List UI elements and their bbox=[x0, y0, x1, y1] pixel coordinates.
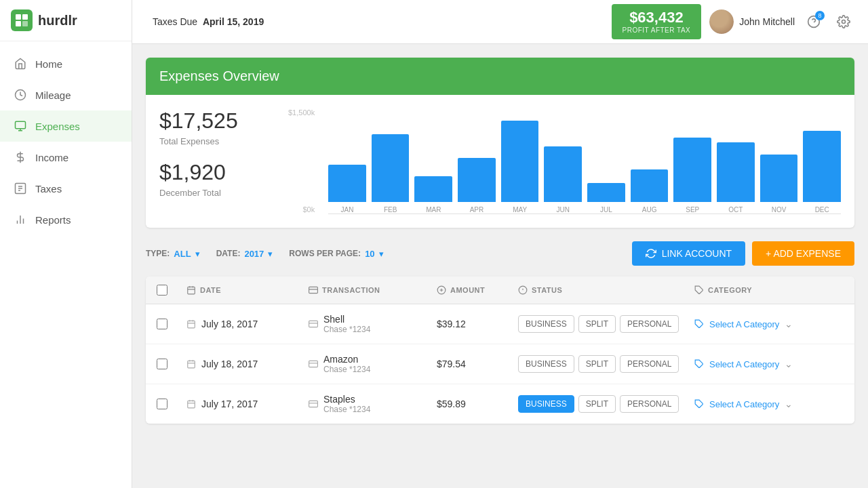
sidebar-item-mileage[interactable]: Mileage bbox=[0, 79, 132, 110]
type-label: TYPE: bbox=[146, 249, 170, 258]
th-status: STATUS bbox=[518, 285, 694, 295]
taxes-due-date: April 15, 2019 bbox=[203, 16, 264, 27]
bar bbox=[717, 142, 755, 202]
logo-icon bbox=[11, 9, 33, 31]
row1-date-value: July 18, 2017 bbox=[201, 319, 258, 329]
row2-category-select[interactable]: Select A Category ⌄ bbox=[694, 359, 793, 369]
filter-date: DATE: 2017 ▾ bbox=[216, 249, 273, 259]
sidebar-item-expenses[interactable]: Expenses bbox=[0, 110, 132, 142]
select-all-checkbox[interactable] bbox=[157, 285, 167, 296]
row1-transaction: Shell Chase *1234 bbox=[309, 314, 437, 334]
sidebar-item-taxes[interactable]: Taxes bbox=[0, 173, 132, 204]
svg-rect-23 bbox=[309, 287, 318, 293]
th-check bbox=[157, 285, 186, 296]
row3-split-btn[interactable]: SPLIT bbox=[578, 395, 616, 413]
svg-rect-39 bbox=[188, 361, 195, 368]
filter-rows: ROWS PER PAGE: 10 ▾ bbox=[289, 249, 383, 259]
sidebar-item-income[interactable]: Income bbox=[0, 142, 132, 173]
svg-rect-36 bbox=[309, 321, 318, 327]
add-expense-button[interactable]: + ADD EXPENSE bbox=[752, 241, 854, 266]
bar bbox=[673, 138, 711, 202]
expenses-icon bbox=[14, 119, 27, 133]
avatar bbox=[709, 9, 734, 34]
row1-category-select[interactable]: Select A Category ⌄ bbox=[694, 319, 793, 329]
row3-checkbox[interactable] bbox=[157, 399, 167, 409]
row1-personal-btn[interactable]: PERSONAL bbox=[620, 315, 679, 333]
row3-personal-btn[interactable]: PERSONAL bbox=[620, 395, 679, 413]
bar-month-label: DEC bbox=[815, 206, 829, 214]
row1-split-btn[interactable]: SPLIT bbox=[578, 315, 616, 333]
bars-container: JANFEBMARAPRMAYJUNJULAUGSEPOCTNOVDEC bbox=[328, 108, 841, 214]
filters-row: TYPE: ALL ▾ DATE: 2017 ▾ ROWS PER PAGE: … bbox=[146, 241, 854, 266]
row3-date: July 17, 2017 bbox=[186, 399, 309, 409]
home-icon bbox=[14, 57, 27, 70]
row3-tx-name: Staples bbox=[323, 394, 370, 405]
bar bbox=[631, 169, 669, 202]
y-label-top: $1,500k bbox=[288, 108, 315, 117]
th-amount-label: AMOUNT bbox=[450, 286, 485, 294]
row2-check bbox=[157, 359, 186, 369]
sidebar-item-home[interactable]: Home bbox=[0, 48, 132, 79]
december-total-label: December Total bbox=[159, 188, 268, 198]
rows-arrow[interactable]: ▾ bbox=[379, 249, 384, 259]
notification-badge: 8 bbox=[815, 11, 825, 20]
expenses-table: DATE TRANSACTION AMOUNT STATUS CATEGORY bbox=[146, 277, 854, 424]
date-value[interactable]: 2017 bbox=[244, 249, 264, 259]
th-amount: AMOUNT bbox=[437, 285, 518, 295]
reports-icon bbox=[14, 213, 27, 226]
row2-split-btn[interactable]: SPLIT bbox=[578, 355, 616, 373]
bar-group: JUL bbox=[587, 183, 625, 214]
bar-group: MAR bbox=[414, 176, 452, 214]
row3-category-label: Select A Category bbox=[709, 399, 779, 409]
row3-amount: $59.89 bbox=[437, 399, 518, 409]
bar-month-label: OCT bbox=[728, 206, 743, 214]
rows-value[interactable]: 10 bbox=[365, 249, 374, 259]
row2-date: July 18, 2017 bbox=[186, 359, 309, 369]
bar-group: NOV bbox=[760, 155, 798, 214]
row3-category-select[interactable]: Select A Category ⌄ bbox=[694, 399, 793, 409]
row1-date: July 18, 2017 bbox=[186, 319, 309, 329]
row3-business-btn[interactable]: BUSINESS bbox=[518, 395, 574, 413]
row3-amount-value: $59.89 bbox=[437, 399, 466, 409]
avatar-image bbox=[709, 9, 734, 34]
settings-button[interactable] bbox=[833, 11, 854, 33]
row2-transaction: Amazon Chase *1234 bbox=[309, 354, 437, 374]
row1-check bbox=[157, 319, 186, 329]
taxes-due-label: Taxes Due bbox=[153, 16, 197, 27]
row2-status: BUSINESS SPLIT PERSONAL bbox=[518, 355, 694, 373]
bar-month-label: APR bbox=[470, 206, 484, 214]
help-button[interactable]: 8 bbox=[803, 11, 825, 33]
type-arrow[interactable]: ▾ bbox=[195, 249, 200, 259]
row1-amount: $39.12 bbox=[437, 319, 518, 329]
date-arrow[interactable]: ▾ bbox=[268, 249, 273, 259]
row2-amount: $79.54 bbox=[437, 359, 518, 369]
bar-month-label: SEP bbox=[686, 206, 699, 214]
bar bbox=[501, 121, 539, 202]
income-icon bbox=[14, 150, 27, 164]
row3-status-buttons: BUSINESS SPLIT PERSONAL bbox=[518, 395, 679, 413]
bar bbox=[760, 155, 798, 202]
sidebar: hurdlr Home Mileage Expenses Income bbox=[0, 0, 132, 488]
bar bbox=[544, 146, 582, 202]
row3-tx-info: Staples Chase *1234 bbox=[323, 394, 370, 414]
row1-tx-account: Chase *1234 bbox=[323, 325, 370, 334]
svg-rect-32 bbox=[188, 321, 195, 328]
row2-checkbox[interactable] bbox=[157, 359, 167, 369]
bar bbox=[587, 183, 625, 202]
filter-type: TYPE: ALL ▾ bbox=[146, 249, 200, 259]
svg-rect-1 bbox=[22, 14, 28, 20]
row1-category-label: Select A Category bbox=[709, 319, 779, 329]
row2-business-btn[interactable]: BUSINESS bbox=[518, 355, 574, 373]
bar-group: AUG bbox=[631, 169, 669, 214]
header-right: $63,432 PROFIT AFTER TAX John Mitchell 8 bbox=[612, 4, 855, 39]
row2-personal-btn[interactable]: PERSONAL bbox=[620, 355, 679, 373]
sidebar-item-reports[interactable]: Reports bbox=[0, 204, 132, 235]
row1-status: BUSINESS SPLIT PERSONAL bbox=[518, 315, 694, 333]
bar bbox=[328, 165, 366, 202]
link-account-button[interactable]: LINK ACCOUNT bbox=[632, 241, 745, 266]
row1-business-btn[interactable]: BUSINESS bbox=[518, 315, 574, 333]
row1-checkbox[interactable] bbox=[157, 319, 167, 329]
th-category-label: CATEGORY bbox=[708, 286, 752, 294]
type-value[interactable]: ALL bbox=[174, 249, 191, 259]
user-name: John Mitchell bbox=[739, 16, 795, 27]
